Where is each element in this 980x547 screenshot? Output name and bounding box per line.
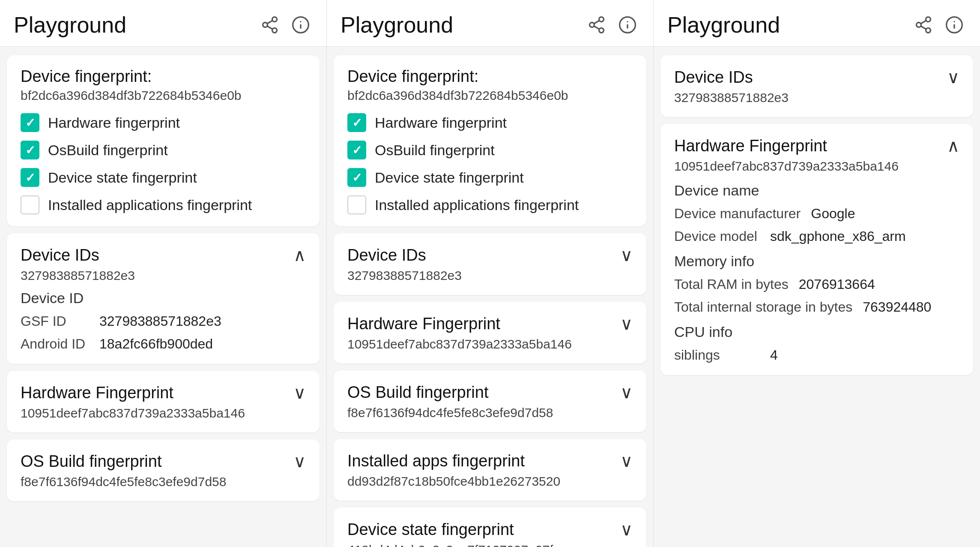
chevron-icon[interactable]: ∧ [293, 245, 306, 265]
card-title: Installed apps fingerprint [347, 452, 525, 470]
checkbox-label-ds-fp-1: Device state fingerprint [48, 169, 197, 186]
checkbox-label-hw-fp-2: Hardware fingerprint [375, 114, 507, 131]
card-hw-fingerprint-card-1: Hardware Fingerprint ∨ 10951deef7abc837d… [7, 371, 320, 433]
checkbox-item-ia-fp-1[interactable]: Installed applications fingerprint [21, 195, 306, 214]
chevron-icon[interactable]: ∨ [620, 382, 633, 402]
card-title-row[interactable]: Device IDs ∨ [347, 245, 633, 265]
share-icon[interactable] [258, 13, 282, 37]
card-hw-fingerprint-card-3: Hardware Fingerprint ∧ 10951deef7abc837d… [660, 124, 973, 375]
panel-header: Playground [654, 0, 980, 47]
card-title-row[interactable]: Device IDs ∧ [21, 245, 306, 265]
checkbox-item-ds-fp-1[interactable]: Device state fingerprint [21, 168, 306, 187]
chevron-icon[interactable]: ∨ [620, 520, 633, 539]
card-title: Hardware Fingerprint [674, 137, 827, 155]
card-subtitle: 10951deef7abc837d739a2333a5ba146 [21, 406, 306, 421]
card-title-row[interactable]: OS Build fingerprint ∨ [347, 382, 633, 402]
card-title: Device IDs [347, 246, 426, 264]
panel-header: Playground [327, 0, 653, 47]
card-title-row[interactable]: Installed apps fingerprint ∨ [347, 451, 633, 471]
chevron-icon[interactable]: ∨ [620, 314, 633, 334]
share-icon[interactable] [911, 13, 935, 37]
info-icon[interactable] [942, 13, 966, 37]
checkbox-item-ia-fp-2[interactable]: Installed applications fingerprint [347, 195, 633, 214]
checkbox-os-fp-1[interactable] [21, 141, 39, 159]
card-device-ids-card-3: Device IDs ∨ 32798388571882e3 [660, 55, 973, 117]
card-title: Hardware Fingerprint [21, 384, 173, 402]
checkbox-ia-fp-2[interactable] [347, 195, 366, 214]
section-label: Device name [674, 182, 959, 199]
fingerprint-title: Device fingerprint: [347, 67, 633, 86]
card-title: Device IDs [674, 68, 753, 87]
checkbox-item-os-fp-1[interactable]: OsBuild fingerprint [21, 141, 306, 159]
fingerprint-value: bf2dc6a396d384df3b722684b5346e0b [21, 88, 306, 103]
checkbox-ds-fp-2[interactable] [347, 168, 366, 187]
kv-row: Total RAM in bytes 2076913664 [674, 277, 959, 292]
fingerprint-title: Device fingerprint: [21, 67, 306, 86]
chevron-icon[interactable]: ∨ [620, 451, 633, 471]
card-installed-apps-card-2: Installed apps fingerprint ∨ dd93d2f87c1… [334, 439, 646, 501]
checkbox-list: Hardware fingerprint OsBuild fingerprint… [21, 113, 306, 214]
checkbox-item-hw-fp-1[interactable]: Hardware fingerprint [21, 113, 306, 132]
card-subtitle: 10951deef7abc837d739a2333a5ba146 [674, 159, 959, 174]
info-icon[interactable] [289, 13, 313, 37]
kv-row: siblings 4 [674, 347, 959, 363]
checkbox-item-ds-fp-2[interactable]: Device state fingerprint [347, 168, 633, 187]
card-title-row[interactable]: Device IDs ∨ [674, 67, 959, 87]
chevron-icon[interactable]: ∨ [293, 451, 306, 471]
card-title: Device IDs [21, 246, 99, 264]
checkbox-list: Hardware fingerprint OsBuild fingerprint… [347, 113, 633, 214]
card-title-row[interactable]: Hardware Fingerprint ∨ [21, 383, 306, 403]
checkbox-label-ia-fp-1: Installed applications fingerprint [48, 197, 252, 213]
chevron-icon[interactable]: ∨ [620, 245, 633, 265]
kv-row: Device model sdk_gphone_x86_arm [674, 228, 959, 244]
info-icon[interactable] [615, 13, 639, 37]
checkbox-os-fp-2[interactable] [347, 141, 366, 159]
checkbox-hw-fp-2[interactable] [347, 113, 366, 132]
card-device-state-card-2: Device state fingerprint ∨ 418bd4d4cb2e2… [334, 508, 646, 547]
chevron-icon[interactable]: ∨ [947, 67, 959, 87]
checkbox-label-ia-fp-2: Installed applications fingerprint [375, 197, 579, 213]
checkbox-item-hw-fp-2[interactable]: Hardware fingerprint [347, 113, 633, 132]
card-device-ids-card-2: Device IDs ∨ 32798388571882e3 [334, 233, 646, 295]
panel-panel-1: Playground Device fingerprint: bf2dc6a39… [0, 0, 327, 547]
panel-content: Device fingerprint: bf2dc6a396d384df3b72… [0, 47, 326, 547]
svg-line-3 [267, 26, 273, 29]
kv-row: Android ID 18a2fc66fb900ded [21, 336, 306, 352]
card-title: Device state fingerprint [347, 520, 514, 539]
panel-content: Device fingerprint: bf2dc6a396d384df3b72… [327, 47, 653, 547]
section-label: Memory info [674, 253, 959, 270]
svg-line-4 [267, 21, 273, 24]
section-label: Device ID [21, 290, 306, 307]
chevron-icon[interactable]: ∨ [293, 383, 306, 403]
checkbox-ds-fp-1[interactable] [21, 168, 39, 187]
kv-row: Device manufacturer Google [674, 206, 959, 222]
checkbox-hw-fp-1[interactable] [21, 113, 39, 132]
card-title-row[interactable]: OS Build fingerprint ∨ [21, 451, 306, 471]
svg-line-20 [921, 21, 926, 24]
share-icon[interactable] [585, 13, 609, 37]
card-title-row[interactable]: Hardware Fingerprint ∨ [347, 314, 633, 334]
checkbox-ia-fp-1[interactable] [21, 195, 39, 214]
card-subtitle: f8e7f6136f94dc4fe5fe8c3efe9d7d58 [347, 406, 633, 420]
card-hw-fingerprint-card-2: Hardware Fingerprint ∨ 10951deef7abc837d… [334, 302, 646, 364]
kv-row: GSF ID 32798388571882e3 [21, 313, 306, 329]
chevron-icon[interactable]: ∧ [947, 136, 959, 156]
panel-content: Device IDs ∨ 32798388571882e3 Hardware F… [654, 47, 980, 547]
card-fingerprint-card-1: Device fingerprint: bf2dc6a396d384df3b72… [7, 55, 320, 226]
svg-line-11 [594, 26, 600, 29]
checkbox-label-ds-fp-2: Device state fingerprint [375, 169, 524, 186]
svg-line-19 [921, 26, 926, 29]
checkbox-label-hw-fp-1: Hardware fingerprint [48, 114, 180, 131]
card-subtitle: 10951deef7abc837d739a2333a5ba146 [347, 337, 633, 352]
card-title: Hardware Fingerprint [347, 315, 500, 333]
checkbox-item-os-fp-2[interactable]: OsBuild fingerprint [347, 141, 633, 159]
card-subtitle: 32798388571882e3 [674, 90, 959, 105]
panel-header: Playground [0, 0, 326, 47]
card-device-ids-card-1: Device IDs ∧ 32798388571882e3 Device ID … [7, 233, 320, 364]
card-subtitle: 32798388571882e3 [21, 268, 306, 283]
card-fingerprint-card-2: Device fingerprint: bf2dc6a396d384df3b72… [334, 55, 646, 226]
panel-title: Playground [341, 12, 578, 38]
card-title-row[interactable]: Hardware Fingerprint ∧ [674, 136, 959, 156]
card-title-row[interactable]: Device state fingerprint ∨ [347, 520, 633, 539]
card-title: OS Build fingerprint [21, 452, 162, 471]
